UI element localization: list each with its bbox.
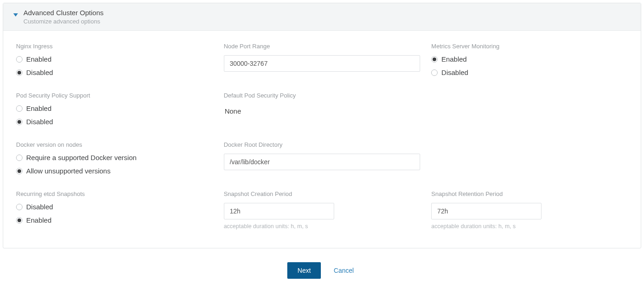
radio-icon	[16, 168, 23, 174]
radio-label: Disabled	[26, 69, 53, 76]
radio-label: Disabled	[441, 69, 468, 76]
default-pod-policy-label: Default Pod Security Policy	[224, 92, 421, 99]
radio-label: Enabled	[26, 55, 51, 63]
radio-icon	[16, 105, 23, 112]
docker-require-radio[interactable]: Require a supported Docker version	[16, 154, 213, 161]
radio-label: Allow unsupported versions	[26, 167, 110, 175]
radio-icon	[16, 217, 23, 224]
pod-security-label: Pod Security Policy Support	[16, 92, 213, 99]
snap-retain-label: Snapshot Retention Period	[431, 190, 628, 197]
cancel-button[interactable]: Cancel	[331, 262, 357, 279]
radio-label: Require a supported Docker version	[26, 154, 137, 161]
radio-icon	[431, 56, 438, 63]
docker-root-label: Docker Root Directory	[224, 141, 421, 148]
snapshots-disabled-radio[interactable]: Disabled	[16, 203, 213, 211]
panel-subtitle: Customize advanced options	[23, 18, 633, 25]
docker-allow-radio[interactable]: Allow unsupported versions	[16, 167, 213, 175]
pod-security-disabled-radio[interactable]: Disabled	[16, 118, 213, 126]
radio-label: Disabled	[26, 118, 53, 126]
snapshots-enabled-radio[interactable]: Enabled	[16, 216, 213, 224]
snapshots-label: Recurring etcd Snapshots	[16, 190, 213, 197]
node-port-input[interactable]	[224, 55, 421, 72]
footer-actions: Next Cancel	[0, 251, 644, 283]
panel-header[interactable]: Advanced Cluster Options Customize advan…	[3, 3, 641, 31]
docker-root-input[interactable]	[224, 154, 421, 170]
radio-label: Enabled	[26, 104, 51, 112]
radio-label: Disabled	[26, 203, 53, 211]
snap-retain-help: acceptable duration units: h, m, s	[431, 223, 628, 230]
snap-create-help: acceptable duration units: h, m, s	[224, 223, 421, 230]
default-pod-policy-value: None	[224, 104, 421, 118]
radio-icon	[16, 69, 23, 76]
snap-retain-input[interactable]	[431, 203, 541, 219]
next-button[interactable]: Next	[287, 262, 321, 279]
nginx-disabled-radio[interactable]: Disabled	[16, 69, 213, 76]
radio-icon	[16, 155, 23, 161]
node-port-label: Node Port Range	[224, 43, 421, 50]
docker-version-label: Docker version on nodes	[16, 141, 213, 148]
radio-icon	[431, 69, 438, 76]
advanced-options-panel: Advanced Cluster Options Customize advan…	[3, 3, 641, 248]
radio-label: Enabled	[26, 216, 51, 224]
panel-body: Nginx Ingress Enabled Disabled Node Port…	[3, 31, 641, 248]
radio-icon	[16, 56, 23, 63]
pod-security-enabled-radio[interactable]: Enabled	[16, 104, 213, 112]
nginx-enabled-radio[interactable]: Enabled	[16, 55, 213, 63]
radio-icon	[16, 119, 23, 125]
snap-create-input[interactable]	[224, 203, 334, 219]
metrics-enabled-radio[interactable]: Enabled	[431, 55, 628, 63]
radio-icon	[16, 204, 23, 210]
radio-label: Enabled	[441, 55, 467, 63]
panel-title: Advanced Cluster Options	[23, 9, 633, 17]
nginx-label: Nginx Ingress	[16, 43, 213, 50]
snap-create-label: Snapshot Creation Period	[224, 190, 421, 197]
caret-down-icon	[13, 13, 18, 17]
metrics-disabled-radio[interactable]: Disabled	[431, 69, 628, 76]
metrics-label: Metrics Server Monitoring	[431, 43, 628, 50]
